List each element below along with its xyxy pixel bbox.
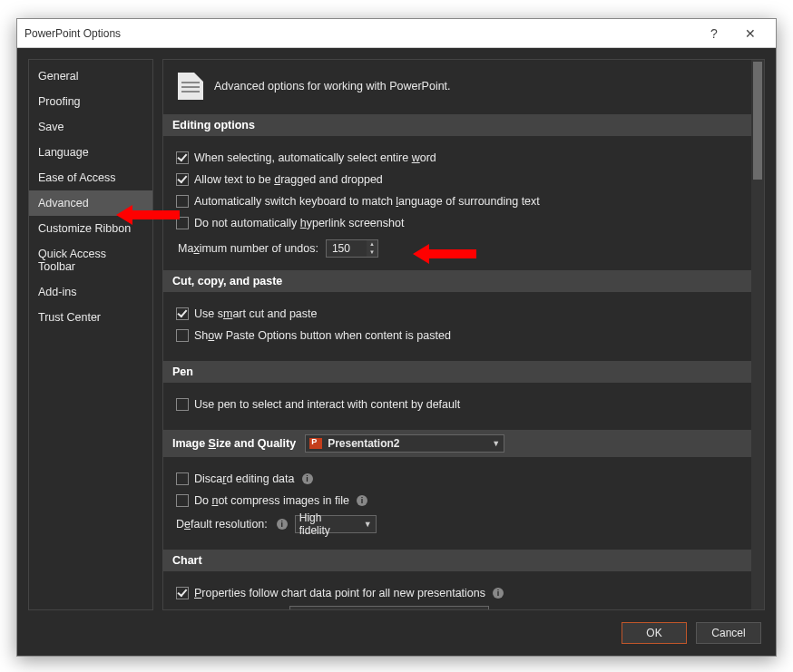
checkbox-auto-keyboard-lang[interactable] [176,195,189,208]
page-subtitle: Advanced options for working with PowerP… [214,80,451,93]
sidebar-item-general[interactable]: General [29,63,152,89]
section-chart-header: Chart [163,550,751,571]
dialog-body: General Proofing Save Language Ease of A… [17,48,776,610]
label-no-compress-images: Do not compress images in file [194,494,349,507]
label-current-presentation: Current presentation: [176,609,282,609]
checkbox-no-compress-images[interactable] [176,494,189,507]
label-max-undos: Maximum number of undos: [178,242,318,255]
label-auto-keyboard-lang: Automatically switch keyboard to match l… [194,195,540,208]
sidebar-item-advanced[interactable]: Advanced [29,190,152,216]
section-pen-header: Pen [163,361,751,383]
label-pen-select: Use pen to select and interact with cont… [194,398,460,411]
section-chart: Properties follow chart data point for a… [163,571,751,609]
label-default-resolution: Default resolution: [176,518,268,531]
sidebar-item-trust-center[interactable]: Trust Center [29,305,152,330]
document-settings-icon [178,73,203,100]
checkbox-drag-drop-text[interactable] [176,173,189,186]
section-pen: Use pen to select and interact with cont… [163,383,751,426]
scrollbar-thumb[interactable] [753,62,762,180]
label-show-paste-options: Show Paste Options button when content i… [194,329,451,342]
section-editing: When selecting, automatically select ent… [163,136,751,267]
info-icon[interactable]: i [493,588,504,599]
section-image: Discard editing data i Do not compress i… [163,457,751,546]
section-ccp: Use smart cut and paste Show Paste Optio… [163,292,751,357]
section-editing-header: Editing options [163,114,751,136]
info-icon[interactable]: i [277,519,288,530]
checkbox-chart-props-all[interactable] [176,587,189,599]
page-header: Advanced options for working with PowerP… [163,60,751,111]
sidebar-item-add-ins[interactable]: Add-ins [29,279,152,305]
options-dialog: PowerPoint Options ? ✕ General Proofing … [16,18,777,657]
section-image-title: Image Size and Quality [172,437,296,450]
powerpoint-file-icon [309,438,322,449]
label-smart-cut-paste: Use smart cut and paste [194,307,318,320]
chevron-down-icon: ▼ [485,439,500,448]
content-wrap: Advanced options for working with PowerP… [162,59,765,610]
sidebar-item-language[interactable]: Language [29,140,152,165]
cancel-button[interactable]: Cancel [696,622,761,644]
label-no-auto-hyperlink-screenshot: Do not automatically hyperlink screensho… [194,217,404,229]
sidebar-item-save[interactable]: Save [29,114,152,140]
checkbox-pen-select[interactable] [176,398,189,411]
sidebar-item-customize-ribbon[interactable]: Customize Ribbon [29,216,152,241]
window-title: PowerPoint Options [24,27,696,40]
category-sidebar: General Proofing Save Language Ease of A… [28,59,153,610]
label-chart-props-all: Properties follow chart data point for a… [194,587,485,599]
info-icon[interactable]: i [302,473,313,484]
sidebar-item-ease-of-access[interactable]: Ease of Access [29,165,152,190]
checkbox-show-paste-options[interactable] [176,329,189,342]
section-image-header: Image Size and Quality Presentation2 ▼ [163,430,751,457]
close-button[interactable]: ✕ [732,26,769,41]
chevron-down-icon: ▼ [357,520,372,529]
label-select-entire-word: When selecting, automatically select ent… [194,151,436,164]
input-max-undos[interactable] [327,240,367,257]
spinner-max-undos[interactable]: ▲ ▼ [326,239,378,258]
options-content: Advanced options for working with PowerP… [162,59,765,610]
select-default-resolution[interactable]: High fidelity ▼ [295,515,377,533]
select-current-presentation[interactable]: Presentation2 ▼ [289,606,489,609]
spinner-down-icon[interactable]: ▼ [367,248,377,257]
sidebar-item-proofing[interactable]: Proofing [29,89,152,114]
section-ccp-header: Cut, copy, and paste [163,270,751,292]
label-discard-editing-data: Discard editing data [194,472,295,485]
vertical-scrollbar[interactable] [751,60,764,609]
checkbox-no-auto-hyperlink-screenshot[interactable] [176,217,189,229]
checkbox-select-entire-word[interactable] [176,151,189,164]
info-icon[interactable]: i [357,495,367,506]
dialog-footer: OK Cancel [17,610,776,656]
label-drag-drop-text: Allow text to be dragged and dropped [194,173,383,186]
spinner-up-icon[interactable]: ▲ [367,240,377,248]
titlebar: PowerPoint Options ? ✕ [17,19,776,48]
sidebar-item-quick-access-toolbar[interactable]: Quick Access Toolbar [29,241,152,279]
checkbox-smart-cut-paste[interactable] [176,307,189,320]
select-image-target[interactable]: Presentation2 ▼ [305,434,504,453]
help-button[interactable]: ? [696,26,732,41]
checkbox-discard-editing-data[interactable] [176,472,189,485]
ok-button[interactable]: OK [622,622,687,644]
